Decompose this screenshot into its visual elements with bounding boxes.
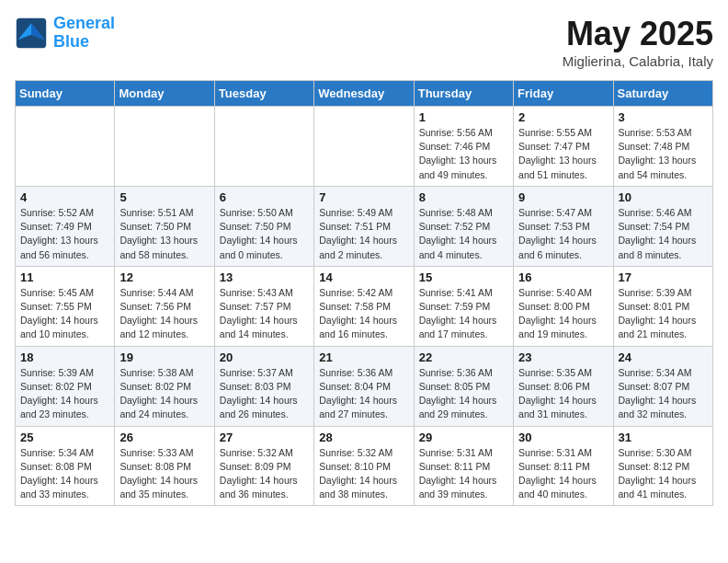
calendar-cell: 28Sunrise: 5:32 AM Sunset: 8:10 PM Dayli… bbox=[314, 426, 414, 506]
day-number: 3 bbox=[619, 110, 708, 124]
calendar-cell: 4Sunrise: 5:52 AM Sunset: 7:49 PM Daylig… bbox=[16, 186, 115, 266]
calendar-cell: 2Sunrise: 5:55 AM Sunset: 7:47 PM Daylig… bbox=[514, 107, 613, 187]
calendar-cell: 9Sunrise: 5:47 AM Sunset: 7:53 PM Daylig… bbox=[514, 186, 613, 266]
day-number: 18 bbox=[20, 350, 109, 364]
calendar-cell bbox=[214, 107, 313, 187]
calendar-cell: 17Sunrise: 5:39 AM Sunset: 8:01 PM Dayli… bbox=[613, 266, 712, 346]
day-number: 14 bbox=[319, 270, 408, 284]
calendar-cell: 29Sunrise: 5:31 AM Sunset: 8:11 PM Dayli… bbox=[414, 426, 513, 506]
day-info: Sunrise: 5:39 AM Sunset: 8:01 PM Dayligh… bbox=[619, 286, 708, 342]
calendar-cell: 23Sunrise: 5:35 AM Sunset: 8:06 PM Dayli… bbox=[514, 346, 613, 426]
day-info: Sunrise: 5:34 AM Sunset: 8:08 PM Dayligh… bbox=[20, 446, 109, 502]
calendar-cell: 5Sunrise: 5:51 AM Sunset: 7:50 PM Daylig… bbox=[115, 186, 214, 266]
calendar-cell: 3Sunrise: 5:53 AM Sunset: 7:48 PM Daylig… bbox=[613, 107, 712, 187]
calendar-cell: 15Sunrise: 5:41 AM Sunset: 7:59 PM Dayli… bbox=[414, 266, 513, 346]
day-number: 19 bbox=[119, 350, 209, 364]
day-info: Sunrise: 5:56 AM Sunset: 7:46 PM Dayligh… bbox=[419, 126, 508, 182]
page-header: General Blue May 2025 Miglierina, Calabr… bbox=[15, 15, 713, 69]
day-info: Sunrise: 5:32 AM Sunset: 8:09 PM Dayligh… bbox=[220, 446, 309, 502]
day-info: Sunrise: 5:36 AM Sunset: 8:05 PM Dayligh… bbox=[419, 366, 508, 422]
day-number: 4 bbox=[20, 190, 109, 204]
calendar-cell bbox=[314, 107, 414, 187]
day-info: Sunrise: 5:42 AM Sunset: 7:58 PM Dayligh… bbox=[319, 286, 408, 342]
logo-text: General Blue bbox=[53, 15, 115, 52]
day-info: Sunrise: 5:39 AM Sunset: 8:02 PM Dayligh… bbox=[20, 366, 109, 422]
day-number: 21 bbox=[319, 350, 408, 364]
calendar-cell: 1Sunrise: 5:56 AM Sunset: 7:46 PM Daylig… bbox=[414, 107, 513, 187]
day-info: Sunrise: 5:46 AM Sunset: 7:54 PM Dayligh… bbox=[619, 206, 708, 262]
day-number: 1 bbox=[419, 110, 508, 124]
day-number: 26 bbox=[119, 431, 209, 444]
calendar-cell: 21Sunrise: 5:36 AM Sunset: 8:04 PM Dayli… bbox=[314, 346, 414, 426]
logo-line1: General bbox=[53, 14, 115, 32]
logo-icon bbox=[15, 17, 48, 50]
calendar-cell: 13Sunrise: 5:43 AM Sunset: 7:57 PM Dayli… bbox=[214, 266, 313, 346]
calendar-cell: 11Sunrise: 5:45 AM Sunset: 7:55 PM Dayli… bbox=[16, 266, 115, 346]
day-info: Sunrise: 5:38 AM Sunset: 8:02 PM Dayligh… bbox=[119, 366, 209, 422]
day-info: Sunrise: 5:40 AM Sunset: 8:00 PM Dayligh… bbox=[518, 286, 608, 342]
calendar: SundayMondayTuesdayWednesdayThursdayFrid… bbox=[15, 80, 713, 506]
day-number: 16 bbox=[518, 270, 608, 284]
day-info: Sunrise: 5:43 AM Sunset: 7:57 PM Dayligh… bbox=[220, 286, 309, 342]
calendar-cell: 30Sunrise: 5:31 AM Sunset: 8:11 PM Dayli… bbox=[514, 426, 613, 506]
day-number: 29 bbox=[419, 431, 508, 444]
calendar-cell: 16Sunrise: 5:40 AM Sunset: 8:00 PM Dayli… bbox=[514, 266, 613, 346]
calendar-cell: 25Sunrise: 5:34 AM Sunset: 8:08 PM Dayli… bbox=[16, 426, 115, 506]
day-number: 12 bbox=[119, 270, 209, 284]
calendar-cell: 12Sunrise: 5:44 AM Sunset: 7:56 PM Dayli… bbox=[115, 266, 214, 346]
day-info: Sunrise: 5:53 AM Sunset: 7:48 PM Dayligh… bbox=[619, 126, 708, 182]
logo-line2: Blue bbox=[53, 33, 115, 52]
calendar-row-3: 11Sunrise: 5:45 AM Sunset: 7:55 PM Dayli… bbox=[16, 266, 713, 346]
calendar-cell: 22Sunrise: 5:36 AM Sunset: 8:05 PM Dayli… bbox=[414, 346, 513, 426]
day-info: Sunrise: 5:49 AM Sunset: 7:51 PM Dayligh… bbox=[319, 206, 408, 262]
day-number: 6 bbox=[220, 190, 309, 204]
day-info: Sunrise: 5:37 AM Sunset: 8:03 PM Dayligh… bbox=[220, 366, 309, 422]
day-number: 31 bbox=[619, 431, 708, 444]
day-number: 24 bbox=[619, 350, 708, 364]
day-info: Sunrise: 5:36 AM Sunset: 8:04 PM Dayligh… bbox=[319, 366, 408, 422]
month-title: May 2025 bbox=[563, 15, 713, 53]
calendar-cell bbox=[16, 107, 115, 187]
calendar-cell: 26Sunrise: 5:33 AM Sunset: 8:08 PM Dayli… bbox=[115, 426, 214, 506]
calendar-cell: 24Sunrise: 5:34 AM Sunset: 8:07 PM Dayli… bbox=[613, 346, 712, 426]
day-number: 7 bbox=[319, 190, 408, 204]
calendar-cell: 20Sunrise: 5:37 AM Sunset: 8:03 PM Dayli… bbox=[214, 346, 313, 426]
day-number: 5 bbox=[119, 190, 209, 204]
day-number: 28 bbox=[319, 431, 408, 444]
calendar-cell: 27Sunrise: 5:32 AM Sunset: 8:09 PM Dayli… bbox=[214, 426, 313, 506]
day-number: 27 bbox=[220, 431, 309, 444]
day-info: Sunrise: 5:34 AM Sunset: 8:07 PM Dayligh… bbox=[619, 366, 708, 422]
day-info: Sunrise: 5:45 AM Sunset: 7:55 PM Dayligh… bbox=[20, 286, 109, 342]
calendar-row-1: 1Sunrise: 5:56 AM Sunset: 7:46 PM Daylig… bbox=[16, 107, 713, 187]
day-info: Sunrise: 5:44 AM Sunset: 7:56 PM Dayligh… bbox=[119, 286, 209, 342]
day-info: Sunrise: 5:48 AM Sunset: 7:52 PM Dayligh… bbox=[419, 206, 508, 262]
day-info: Sunrise: 5:35 AM Sunset: 8:06 PM Dayligh… bbox=[518, 366, 608, 422]
day-number: 20 bbox=[220, 350, 309, 364]
day-info: Sunrise: 5:52 AM Sunset: 7:49 PM Dayligh… bbox=[20, 206, 109, 262]
weekday-header-thursday: Thursday bbox=[414, 81, 513, 107]
weekday-header-friday: Friday bbox=[514, 81, 613, 107]
day-info: Sunrise: 5:41 AM Sunset: 7:59 PM Dayligh… bbox=[419, 286, 508, 342]
weekday-header-wednesday: Wednesday bbox=[314, 81, 414, 107]
calendar-cell: 6Sunrise: 5:50 AM Sunset: 7:50 PM Daylig… bbox=[214, 186, 313, 266]
calendar-cell: 19Sunrise: 5:38 AM Sunset: 8:02 PM Dayli… bbox=[115, 346, 214, 426]
day-info: Sunrise: 5:32 AM Sunset: 8:10 PM Dayligh… bbox=[319, 446, 408, 502]
weekday-header-monday: Monday bbox=[115, 81, 214, 107]
day-info: Sunrise: 5:31 AM Sunset: 8:11 PM Dayligh… bbox=[419, 446, 508, 502]
day-number: 10 bbox=[619, 190, 708, 204]
day-info: Sunrise: 5:30 AM Sunset: 8:12 PM Dayligh… bbox=[619, 446, 708, 502]
calendar-row-5: 25Sunrise: 5:34 AM Sunset: 8:08 PM Dayli… bbox=[16, 426, 713, 506]
day-info: Sunrise: 5:31 AM Sunset: 8:11 PM Dayligh… bbox=[518, 446, 608, 502]
day-number: 2 bbox=[518, 110, 608, 124]
calendar-cell: 18Sunrise: 5:39 AM Sunset: 8:02 PM Dayli… bbox=[16, 346, 115, 426]
calendar-cell: 8Sunrise: 5:48 AM Sunset: 7:52 PM Daylig… bbox=[414, 186, 513, 266]
calendar-cell bbox=[115, 107, 214, 187]
weekday-header-saturday: Saturday bbox=[613, 81, 712, 107]
day-info: Sunrise: 5:51 AM Sunset: 7:50 PM Dayligh… bbox=[119, 206, 209, 262]
day-number: 25 bbox=[20, 431, 109, 444]
day-info: Sunrise: 5:33 AM Sunset: 8:08 PM Dayligh… bbox=[119, 446, 209, 502]
day-info: Sunrise: 5:50 AM Sunset: 7:50 PM Dayligh… bbox=[220, 206, 309, 262]
day-number: 23 bbox=[518, 350, 608, 364]
day-number: 11 bbox=[20, 270, 109, 284]
calendar-cell: 10Sunrise: 5:46 AM Sunset: 7:54 PM Dayli… bbox=[613, 186, 712, 266]
